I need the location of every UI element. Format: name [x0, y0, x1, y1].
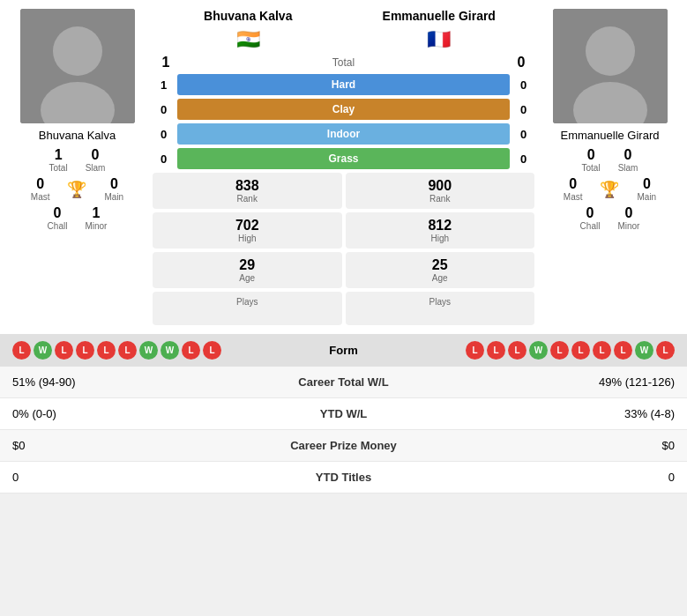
player-names-row: Bhuvana Kalva Emmanuelle Girard	[153, 9, 534, 23]
prize-money-row: $0 Career Prize Money $0	[0, 430, 687, 462]
high-pair: 702 High 812 High	[153, 212, 534, 249]
right-mast-stat: 0 Mast	[564, 176, 583, 202]
data-rows: 51% (94-90) Career Total W/L 49% (121-12…	[0, 367, 687, 494]
career-total-row: 51% (94-90) Career Total W/L 49% (121-12…	[0, 367, 687, 398]
left-stats-row3: 0 Chall 1 Minor	[9, 205, 146, 231]
surface-clay: 0 Clay 0	[153, 99, 534, 120]
surface-grass: 0 Grass 0	[153, 148, 534, 169]
right-chall-stat: 0 Chall	[580, 205, 601, 231]
right-rank-block: 900 Rank	[346, 173, 535, 209]
ytd-wl-row: 0% (0-0) YTD W/L 33% (4-8)	[0, 398, 687, 430]
left-player-column: Bhuvana Kalva 1 Total 0 Slam 0 Mast 🏆	[9, 9, 146, 325]
age-pair: 29 Age 25 Age	[153, 252, 534, 288]
left-total-stat: 1 Total	[49, 147, 68, 173]
svg-point-4	[586, 26, 635, 76]
right-badge-9: W	[635, 341, 653, 360]
left-plays-block: Plays	[153, 292, 342, 325]
right-badge-1: L	[466, 341, 484, 360]
surfaces-section: 1 Hard 0 0 Clay 0 0 Indoor 0 0 Grass	[153, 74, 534, 169]
right-high-block: 812 High	[346, 212, 535, 249]
left-age-block: 29 Age	[153, 252, 342, 288]
left-badge-10: L	[203, 341, 221, 360]
left-badge-9: L	[182, 341, 200, 360]
prize-money-left: $0	[12, 439, 256, 452]
form-label: Form	[329, 344, 358, 357]
ytd-titles-label: YTD Titles	[256, 471, 432, 484]
right-badge-4: W	[529, 341, 548, 360]
career-total-right: 49% (121-126)	[432, 375, 676, 389]
flags-row: 🇮🇳 🇫🇷	[153, 28, 534, 51]
surface-indoor: 0 Indoor 0	[153, 123, 534, 145]
right-stats-row3: 0 Chall 0 Minor	[541, 205, 678, 231]
right-badge-10: L	[656, 341, 675, 360]
left-badge-8: W	[161, 341, 179, 360]
right-age-block: 25 Age	[346, 252, 535, 288]
ytd-titles-left: 0	[12, 471, 256, 484]
left-header-name: Bhuvana Kalva	[153, 9, 344, 23]
right-trophy-icon: 🏆	[600, 180, 619, 199]
right-player-column: Emmanuelle Girard 0 Total 0 Slam 0 Mast …	[541, 9, 678, 325]
right-stats-row2: 0 Mast 🏆 0 Main	[541, 176, 678, 202]
right-main-stat: 0 Main	[637, 176, 656, 202]
left-player-name: Bhuvana Kalva	[39, 129, 116, 142]
right-badge-3: L	[508, 341, 526, 360]
total-line: 1 Total 0	[153, 55, 534, 71]
plays-pair: Plays Plays	[153, 292, 534, 325]
prize-money-label: Career Prize Money	[256, 439, 432, 452]
right-stats-row1: 0 Total 0 Slam	[541, 147, 678, 173]
right-badge-2: L	[487, 341, 505, 360]
ytd-wl-label: YTD W/L	[256, 407, 432, 420]
left-player-avatar	[20, 9, 135, 123]
rank-high-pair: 838 Rank 900 Rank	[153, 173, 534, 209]
left-form-badges: L W L L L L W W L L	[12, 341, 221, 360]
grass-button[interactable]: Grass	[177, 148, 510, 169]
prize-money-right: $0	[432, 439, 676, 452]
right-badge-7: L	[593, 341, 611, 360]
hard-button[interactable]: Hard	[177, 74, 510, 95]
left-rank-block: 838 Rank	[153, 173, 342, 209]
bottom-section: L W L L L L W W L L Form L L L W L L L L	[0, 334, 687, 494]
career-total-label: Career Total W/L	[256, 375, 432, 389]
left-badge-1: L	[12, 341, 31, 360]
left-badge-6: L	[118, 341, 137, 360]
right-plays-block: Plays	[346, 292, 535, 325]
right-badge-5: L	[550, 341, 569, 360]
right-header-name: Emmanuelle Girard	[344, 9, 535, 23]
right-badge-6: L	[571, 341, 590, 360]
left-badge-3: L	[55, 341, 73, 360]
left-stats-row1: 1 Total 0 Slam	[9, 147, 146, 173]
right-flag: 🇫🇷	[427, 28, 451, 51]
left-badge-4: L	[76, 341, 94, 360]
form-row: L W L L L L W W L L Form L L L W L L L L	[0, 334, 687, 367]
middle-column: Bhuvana Kalva Emmanuelle Girard 🇮🇳 🇫🇷 1 …	[153, 9, 534, 325]
left-badge-2: W	[34, 341, 52, 360]
right-minor-stat: 0 Minor	[617, 205, 639, 231]
left-badge-5: L	[97, 341, 116, 360]
left-flag: 🇮🇳	[236, 28, 260, 51]
right-form-badges: L L L W L L L L W L	[466, 341, 675, 360]
right-player-avatar	[553, 9, 668, 123]
clay-button[interactable]: Clay	[177, 99, 510, 120]
ytd-titles-right: 0	[432, 471, 676, 484]
main-container: Bhuvana Kalva 1 Total 0 Slam 0 Mast 🏆	[0, 0, 687, 494]
left-mast-stat: 0 Mast	[31, 176, 50, 202]
left-badge-7: W	[139, 341, 158, 360]
left-chall-stat: 0 Chall	[48, 205, 68, 231]
left-slam-stat: 0 Slam	[86, 147, 106, 173]
left-trophy-icon: 🏆	[67, 180, 86, 199]
right-slam-stat: 0 Slam	[618, 147, 638, 173]
surface-hard: 1 Hard 0	[153, 74, 534, 95]
ytd-titles-row: 0 YTD Titles 0	[0, 462, 687, 494]
right-badge-8: L	[614, 341, 632, 360]
right-total-stat: 0 Total	[582, 147, 601, 173]
ytd-wl-right: 33% (4-8)	[432, 407, 676, 420]
left-main-stat: 0 Main	[104, 176, 123, 202]
right-player-name: Emmanuelle Girard	[561, 129, 660, 142]
indoor-button[interactable]: Indoor	[177, 123, 510, 145]
ytd-wl-left: 0% (0-0)	[12, 407, 256, 420]
career-total-left: 51% (94-90)	[12, 375, 256, 389]
comparison-section: Bhuvana Kalva 1 Total 0 Slam 0 Mast 🏆	[0, 0, 687, 334]
left-minor-stat: 1 Minor	[85, 205, 107, 231]
svg-point-1	[53, 26, 102, 76]
left-stats-row2: 0 Mast 🏆 0 Main	[9, 176, 146, 202]
